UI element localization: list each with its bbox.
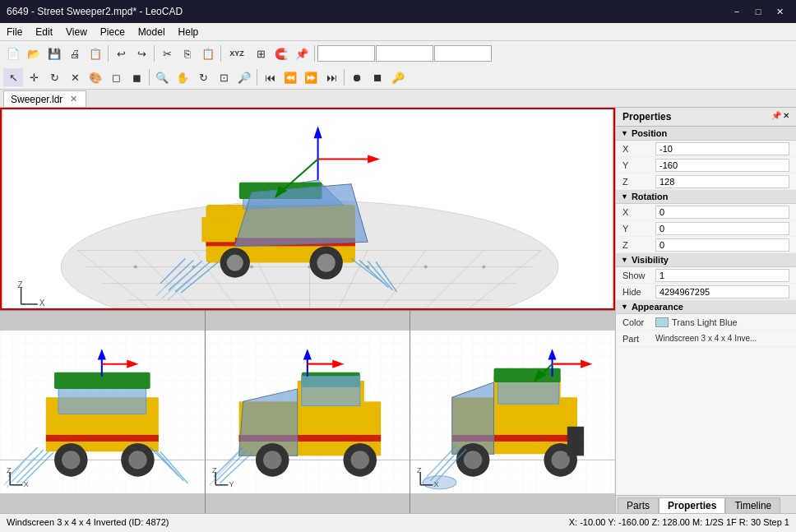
close-button[interactable]: ✕	[770, 3, 789, 20]
print-button[interactable]: 🖨	[65, 44, 85, 62]
pos-y-input[interactable]	[655, 159, 789, 172]
menu-view[interactable]: View	[59, 25, 94, 39]
visibility-label: Visibility	[632, 255, 669, 265]
main-viewport[interactable]: Z X	[0, 108, 615, 310]
prop-pin-button[interactable]: 📌	[771, 111, 781, 120]
properties-scroll: ▼ Position X Y Z ▼ Rotation X	[616, 127, 796, 495]
properties-panel: Properties 📌 ✕ ▼ Position X Y Z	[615, 108, 796, 513]
pos-x-input[interactable]	[655, 142, 789, 155]
hide-input[interactable]	[655, 285, 789, 298]
parts-tab[interactable]: Parts	[618, 497, 659, 513]
zoom-in-button[interactable]: 🔎	[234, 68, 254, 86]
open-button[interactable]: 📂	[24, 44, 44, 62]
print2-button[interactable]: 📋	[86, 44, 105, 62]
timeline-tab[interactable]: Timeline	[725, 497, 780, 513]
transform-xyz-button[interactable]: XYZ	[224, 44, 250, 62]
position-y-row: Y	[616, 157, 796, 173]
svg-rect-116	[494, 368, 561, 382]
menu-edit[interactable]: Edit	[29, 25, 59, 39]
tab-sweeper[interactable]: Sweeper.ldr ✕	[3, 90, 86, 107]
zoom-region-button[interactable]: ⊡	[214, 68, 234, 86]
menu-piece[interactable]: Piece	[94, 25, 132, 39]
menu-file[interactable]: File	[0, 25, 29, 39]
svg-point-29	[227, 254, 243, 271]
eraser2-button[interactable]: ◼	[127, 68, 146, 86]
minimize-button[interactable]: −	[727, 3, 747, 20]
paste-button[interactable]: 📋	[198, 44, 218, 62]
status-left: Windscreen 3 x 4 x 4 Inverted (ID: 4872)	[7, 517, 169, 527]
side-viewport[interactable]: Z Y	[206, 311, 410, 513]
appearance-section-header[interactable]: ▼ Appearance	[616, 300, 796, 314]
magnet-button[interactable]: 🧲	[271, 44, 291, 62]
zoom-find-button[interactable]: 🔍	[152, 68, 172, 86]
appearance-chevron: ▼	[621, 303, 628, 311]
svg-point-19	[250, 266, 253, 269]
part-value: Windscreen 3 x 4 x 4 Inve...	[655, 334, 757, 343]
last-step-button[interactable]: ⏭	[322, 68, 341, 86]
rot-z-label: Z	[622, 240, 655, 250]
undo-button[interactable]: ↩	[111, 44, 131, 62]
coord-z-input[interactable]	[434, 45, 492, 62]
sep4	[314, 45, 315, 62]
save-button[interactable]: 💾	[44, 44, 64, 62]
rot-x-input[interactable]	[655, 206, 789, 219]
menu-help[interactable]: Help	[172, 25, 206, 39]
sep6	[257, 69, 257, 86]
svg-point-127	[423, 476, 457, 489]
copy-button[interactable]: ⎘	[178, 44, 197, 62]
coord-y-input[interactable]	[376, 45, 433, 62]
svg-text:Y: Y	[229, 480, 234, 488]
grid-button[interactable]: ⊞	[251, 44, 271, 62]
properties-tab[interactable]: Properties	[659, 497, 725, 513]
delete-button[interactable]: ✕	[65, 68, 85, 86]
top-viewport[interactable]: Z X	[410, 311, 615, 513]
show-input[interactable]	[655, 269, 789, 282]
pos-x-label: X	[622, 144, 655, 154]
color-swatch[interactable]	[655, 317, 669, 327]
app-title: 6649 - Street Sweeper2.mpd* - LeoCAD	[7, 6, 183, 17]
rot-y-input[interactable]	[655, 222, 789, 235]
position-section-header[interactable]: ▼ Position	[616, 127, 796, 141]
prop-close-button[interactable]: ✕	[783, 111, 789, 120]
svg-text:X: X	[434, 480, 439, 488]
svg-point-22	[424, 266, 428, 269]
front-viewport[interactable]: Z X	[0, 311, 205, 513]
select-button[interactable]: ↖	[3, 68, 23, 86]
svg-point-119	[464, 451, 482, 469]
svg-point-94	[263, 451, 281, 469]
coord-x-input[interactable]	[317, 45, 375, 62]
tab-close-button[interactable]: ✕	[67, 94, 79, 105]
visibility-section-header[interactable]: ▼ Visibility	[616, 253, 796, 267]
rotate-button[interactable]: ↻	[44, 68, 64, 86]
pos-z-input[interactable]	[655, 175, 789, 188]
hide-label: Hide	[622, 287, 655, 297]
svg-rect-60	[46, 435, 159, 442]
prev-step-button[interactable]: ⏪	[280, 68, 300, 86]
redo-button[interactable]: ↪	[132, 44, 151, 62]
erase-button[interactable]: ◻	[106, 68, 126, 86]
key-button[interactable]: 🔑	[388, 68, 408, 86]
new-button[interactable]: 📄	[3, 44, 23, 62]
svg-point-23	[482, 266, 485, 269]
rot-z-input[interactable]	[655, 238, 789, 252]
svg-marker-32	[235, 184, 368, 247]
svg-text:X: X	[23, 480, 28, 488]
paint-button[interactable]: 🎨	[86, 68, 105, 86]
rotation-section-header[interactable]: ▼ Rotation	[616, 190, 796, 204]
stop-button[interactable]: ⏹	[368, 68, 387, 86]
maximize-button[interactable]: □	[748, 3, 768, 20]
animate-button[interactable]: ⏺	[347, 68, 367, 86]
sep2	[154, 45, 155, 62]
menu-model[interactable]: Model	[132, 25, 172, 39]
snap-button[interactable]: 📌	[292, 44, 312, 62]
move-button[interactable]: ✛	[24, 68, 44, 86]
svg-rect-122	[567, 427, 584, 456]
rot-view-button[interactable]: ↻	[193, 68, 213, 86]
next-step-button[interactable]: ⏩	[301, 68, 321, 86]
color-row: Color Trans Light Blue	[616, 314, 796, 331]
cut-button[interactable]: ✂	[157, 44, 177, 62]
first-step-button[interactable]: ⏮	[260, 68, 280, 86]
svg-point-121	[552, 451, 570, 469]
pan-button[interactable]: ✋	[173, 68, 192, 86]
pos-y-label: Y	[622, 160, 655, 170]
